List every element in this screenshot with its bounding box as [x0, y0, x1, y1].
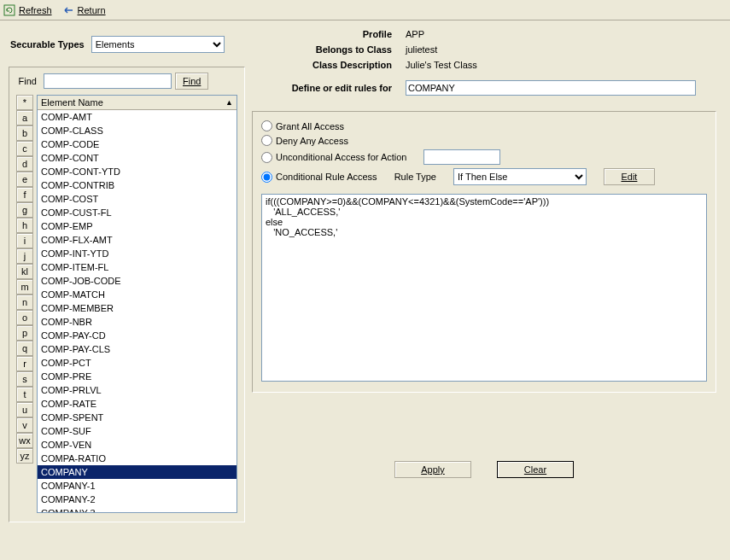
list-item[interactable]: COMP-RATE	[38, 397, 237, 411]
list-item[interactable]: COMP-COST	[38, 192, 237, 206]
list-item[interactable]: COMP-PAY-CD	[38, 329, 237, 342]
alpha-v[interactable]: v	[16, 417, 33, 433]
sort-asc-icon: ▲	[225, 98, 233, 107]
list-item[interactable]: COMPANY-1	[38, 479, 237, 493]
list-item[interactable]: COMP-CODE	[38, 137, 237, 151]
alpha-kl[interactable]: kl	[16, 264, 33, 279]
list-item[interactable]: COMP-INT-YTD	[38, 247, 237, 260]
alpha-i[interactable]: i	[16, 233, 33, 248]
list-item[interactable]: COMP-CONT	[38, 151, 237, 165]
alpha-yz[interactable]: yz	[16, 448, 33, 464]
return-icon	[62, 4, 74, 16]
securable-types-label: Securable Types	[10, 39, 85, 50]
uncond-input[interactable]	[423, 149, 500, 165]
clear-button[interactable]: Clear	[497, 461, 574, 478]
list-item[interactable]: COMPANY	[38, 465, 237, 479]
svg-rect-0	[4, 5, 15, 15]
edit-button[interactable]: Edit	[604, 168, 655, 185]
element-listbox[interactable]: Element Name ▲ COMP-AMTCOMP-CLASSCOMP-CO…	[37, 95, 237, 513]
profile-label: Profile	[252, 29, 406, 39]
find-frame: Find Find *abcdefghijklmnopqrstuvwxyz El…	[9, 67, 245, 522]
find-input[interactable]	[44, 73, 172, 89]
list-item[interactable]: COMP-SPENT	[38, 411, 237, 424]
list-item[interactable]: COMPA-RATIO	[38, 452, 237, 465]
rule-editor[interactable]	[261, 194, 707, 382]
alpha-m[interactable]: m	[16, 279, 33, 295]
alpha-b[interactable]: b	[16, 125, 33, 141]
define-label: Define or edit rules for	[252, 83, 406, 93]
profile-value: APP	[406, 29, 424, 39]
class-desc-value: Julie's Test Class	[406, 60, 477, 70]
alpha-u[interactable]: u	[16, 402, 33, 417]
alpha-o[interactable]: o	[16, 310, 33, 325]
top-toolbar: Refresh Return	[0, 0, 730, 20]
refresh-icon	[3, 4, 15, 16]
alpha-t[interactable]: t	[16, 387, 33, 402]
alpha-e[interactable]: e	[16, 172, 33, 187]
refresh-label: Refresh	[19, 5, 52, 15]
alpha-*[interactable]: *	[16, 95, 33, 110]
find-label: Find	[16, 76, 40, 86]
define-input[interactable]	[406, 80, 696, 96]
rules-frame: Grant All Access Deny Any Access Uncondi…	[252, 111, 716, 393]
alpha-r[interactable]: r	[16, 356, 33, 371]
return-label: Return	[78, 5, 106, 15]
alpha-q[interactable]: q	[16, 341, 33, 356]
class-label: Belongs to Class	[252, 44, 406, 55]
list-header-label: Element Name	[41, 97, 103, 108]
list-item[interactable]: COMP-CONTRIB	[38, 178, 237, 192]
alpha-wx[interactable]: wx	[16, 433, 33, 448]
alpha-f[interactable]: f	[16, 187, 33, 202]
list-item[interactable]: COMP-ITEM-FL	[38, 260, 237, 274]
list-item[interactable]: COMPANY-3	[38, 506, 237, 512]
list-item[interactable]: COMP-PCT	[38, 356, 237, 370]
alpha-n[interactable]: n	[16, 295, 33, 310]
refresh-button[interactable]: Refresh	[3, 4, 52, 16]
list-body[interactable]: COMP-AMTCOMP-CLASSCOMP-CODECOMP-CONTCOMP…	[38, 110, 237, 512]
list-item[interactable]: COMP-FLX-AMT	[38, 233, 237, 247]
alpha-h[interactable]: h	[16, 218, 33, 233]
alpha-j[interactable]: j	[16, 248, 33, 264]
class-value: julietest	[406, 44, 437, 55]
list-item[interactable]: COMPANY-2	[38, 493, 237, 506]
alpha-p[interactable]: p	[16, 325, 33, 341]
list-item[interactable]: COMP-SUF	[38, 424, 237, 438]
list-item[interactable]: COMP-MEMBER	[38, 301, 237, 315]
rule-type-label: Rule Type	[394, 172, 436, 182]
find-button[interactable]: Find	[175, 73, 208, 90]
alpha-c[interactable]: c	[16, 141, 33, 156]
list-item[interactable]: COMP-PRE	[38, 370, 237, 383]
alpha-a[interactable]: a	[16, 110, 33, 125]
uncond-radio[interactable]: Unconditional Access for Action	[261, 152, 406, 163]
alpha-index: *abcdefghijklmnopqrstuvwxyz	[16, 95, 33, 513]
alpha-d[interactable]: d	[16, 156, 33, 172]
list-item[interactable]: COMP-JOB-CODE	[38, 274, 237, 288]
alpha-s[interactable]: s	[16, 371, 33, 387]
list-item[interactable]: COMP-VEN	[38, 438, 237, 452]
cond-radio[interactable]: Conditional Rule Access	[261, 172, 377, 183]
grant-all-radio[interactable]: Grant All Access	[261, 120, 344, 131]
list-item[interactable]: COMP-CLASS	[38, 124, 237, 137]
list-item[interactable]: COMP-EMP	[38, 219, 237, 233]
list-header[interactable]: Element Name ▲	[38, 96, 237, 110]
list-item[interactable]: COMP-AMT	[38, 110, 237, 124]
deny-any-radio[interactable]: Deny Any Access	[261, 135, 348, 146]
apply-button[interactable]: Apply	[394, 461, 471, 478]
rule-type-combo[interactable]: If Then Else	[453, 168, 587, 185]
list-item[interactable]: COMP-CONT-YTD	[38, 165, 237, 178]
list-item[interactable]: COMP-PRLVL	[38, 383, 237, 397]
return-button[interactable]: Return	[62, 4, 106, 16]
list-item[interactable]: COMP-CUST-FL	[38, 206, 237, 219]
class-desc-label: Class Description	[252, 60, 406, 70]
securable-types-combo[interactable]: Elements	[91, 36, 225, 53]
list-item[interactable]: COMP-MATCH	[38, 288, 237, 301]
list-item[interactable]: COMP-PAY-CLS	[38, 342, 237, 356]
list-item[interactable]: COMP-NBR	[38, 315, 237, 329]
alpha-g[interactable]: g	[16, 202, 33, 218]
